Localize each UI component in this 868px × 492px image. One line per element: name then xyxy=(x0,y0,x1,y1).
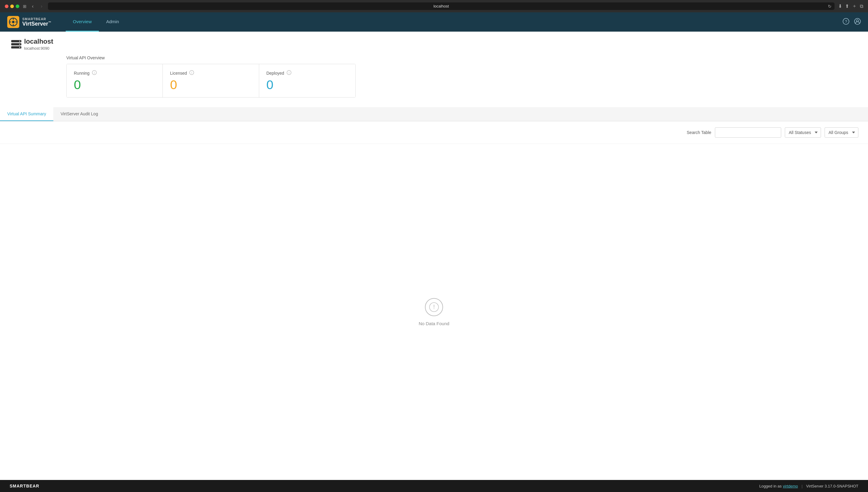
footer-separator: | xyxy=(801,484,802,488)
browser-action-buttons: ⬇ ⬆ ＋ ⧉ xyxy=(838,3,863,9)
logo-svg xyxy=(8,17,19,27)
back-button[interactable]: ‹ xyxy=(30,3,35,10)
running-info-icon[interactable]: i xyxy=(92,70,97,76)
stat-card-deployed: Deployed i 0 xyxy=(259,64,355,97)
footer-version: VirtServer 3.17.0-SNAPSHOT xyxy=(806,484,858,488)
stat-label-licensed: Licensed i xyxy=(170,70,251,76)
app-footer: SMARTBEAR Logged in as virtdemo | VirtSe… xyxy=(0,480,868,492)
svg-point-2 xyxy=(12,21,15,23)
user-button[interactable] xyxy=(854,18,861,26)
server-icon xyxy=(10,39,21,50)
tab-virtserver-audit-log[interactable]: VirtServer Audit Log xyxy=(53,107,105,121)
licensed-info-icon[interactable]: i xyxy=(189,70,194,76)
stat-value-licensed: 0 xyxy=(170,79,251,91)
browser-chrome: ⊞ ‹ › localhost ↻ ⬇ ⬆ ＋ ⧉ xyxy=(0,0,868,13)
share-button[interactable]: ⬆ xyxy=(845,3,849,9)
stat-value-running: 0 xyxy=(74,79,155,91)
empty-state: ! No Data Found xyxy=(0,144,868,480)
search-label: Search Table xyxy=(687,130,711,135)
stat-card-licensed: Licensed i 0 xyxy=(163,64,259,97)
footer-right: Logged in as virtdemo | VirtServer 3.17.… xyxy=(759,484,858,488)
close-dot[interactable] xyxy=(5,4,8,8)
content-tabs-bar: Virtual API Summary VirtServer Audit Log xyxy=(0,107,868,121)
maximize-dot[interactable] xyxy=(16,4,19,8)
main-nav: Overview Admin xyxy=(66,13,126,32)
svg-text:?: ? xyxy=(845,19,847,24)
stat-card-running: Running i 0 xyxy=(67,64,163,97)
forward-button[interactable]: › xyxy=(39,3,44,10)
new-tab-button[interactable]: ＋ xyxy=(852,3,857,9)
url-text: localhost xyxy=(433,4,449,8)
stat-label-running: Running i xyxy=(74,70,155,76)
nav-tab-admin[interactable]: Admin xyxy=(99,13,126,32)
smartbear-logo xyxy=(7,16,19,28)
server-name: localhost xyxy=(24,38,53,46)
stat-label-deployed: Deployed i xyxy=(266,70,348,76)
table-controls: Search Table All Statuses Running Stoppe… xyxy=(0,121,868,144)
tabs-button[interactable]: ⧉ xyxy=(860,3,863,9)
overview-section: Virtual API Overview Running i 0 License… xyxy=(0,55,868,105)
help-button[interactable]: ? xyxy=(843,18,849,26)
browser-window-controls xyxy=(5,4,19,8)
download-button[interactable]: ⬇ xyxy=(838,3,842,9)
footer-username[interactable]: virtdemo xyxy=(783,484,798,488)
logo-area: SMARTBEAR VirtServer™ xyxy=(7,16,51,28)
header-actions: ? xyxy=(843,18,861,26)
nav-tab-overview[interactable]: Overview xyxy=(66,13,99,32)
brand-name: SMARTBEAR xyxy=(22,17,51,21)
page-content: localhost localhost:9090 Virtual API Ove… xyxy=(0,32,868,480)
stat-value-deployed: 0 xyxy=(266,79,348,91)
svg-text:i: i xyxy=(94,71,95,74)
server-address: localhost:9090 xyxy=(24,46,53,51)
brand-product: VirtServer™ xyxy=(22,21,51,27)
groups-dropdown[interactable]: All Groups xyxy=(825,127,858,138)
footer-logged-in-text: Logged in as xyxy=(759,484,781,488)
server-details: localhost localhost:9090 xyxy=(24,38,53,51)
empty-state-text: No Data Found xyxy=(419,321,449,326)
stats-grid: Running i 0 Licensed i 0 Deplo xyxy=(66,64,356,98)
search-input[interactable] xyxy=(715,127,781,138)
section-title: Virtual API Overview xyxy=(66,55,858,60)
svg-text:!: ! xyxy=(433,303,435,310)
minimize-dot[interactable] xyxy=(10,4,14,8)
statuses-dropdown-wrapper: All Statuses Running Stopped Deployed xyxy=(785,127,821,138)
groups-dropdown-wrapper: All Groups xyxy=(825,127,858,138)
svg-text:i: i xyxy=(289,71,289,74)
address-bar[interactable]: localhost ↻ xyxy=(48,2,835,10)
sidebar-toggle-button[interactable]: ⊞ xyxy=(23,4,26,9)
svg-point-15 xyxy=(19,44,20,45)
empty-state-icon: ! xyxy=(425,298,443,316)
svg-text:i: i xyxy=(191,71,192,74)
svg-point-16 xyxy=(19,47,20,48)
server-info: localhost localhost:9090 xyxy=(0,32,868,55)
tab-virtual-api-summary[interactable]: Virtual API Summary xyxy=(0,107,53,121)
reload-button[interactable]: ↻ xyxy=(828,4,831,9)
brand-text: SMARTBEAR VirtServer™ xyxy=(22,17,51,27)
statuses-dropdown[interactable]: All Statuses Running Stopped Deployed xyxy=(785,127,821,138)
svg-point-14 xyxy=(19,40,20,42)
footer-brand: SMARTBEAR xyxy=(10,484,39,488)
deployed-info-icon[interactable]: i xyxy=(287,70,291,76)
app-header: SMARTBEAR VirtServer™ Overview Admin ? xyxy=(0,13,868,32)
